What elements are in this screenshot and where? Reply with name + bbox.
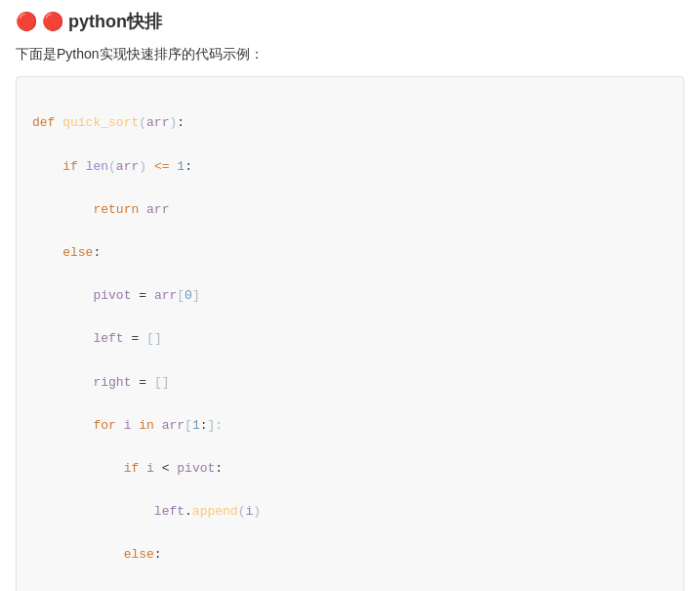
code-line: if i < pivot: <box>32 458 668 480</box>
code-line: if len(arr) <= 1: <box>32 156 668 178</box>
code-line: pivot = arr[0] <box>32 285 668 307</box>
code-block-1: def quick_sort(arr): if len(arr) <= 1: r… <box>16 76 684 591</box>
code-line: right.append(i) <box>32 588 668 591</box>
code-line: else: <box>32 242 668 264</box>
code-line: left = [] <box>32 328 668 350</box>
code-line: right = [] <box>32 372 668 394</box>
code-line: return arr <box>32 199 668 221</box>
page-container: 🔴 🔴 python快排 下面是Python实现快速排序的代码示例： def q… <box>0 0 700 591</box>
code-line: for i in arr[1:]: <box>32 415 668 437</box>
code-line: def quick_sort(arr): <box>32 112 668 134</box>
page-title: 🔴 🔴 python快排 <box>16 10 684 33</box>
code-line: left.append(i) <box>32 501 668 523</box>
description-text: 下面是Python实现快速排序的代码示例： <box>16 43 684 64</box>
title-text: 🔴 python快排 <box>42 12 162 31</box>
code-line: else: <box>32 544 668 566</box>
